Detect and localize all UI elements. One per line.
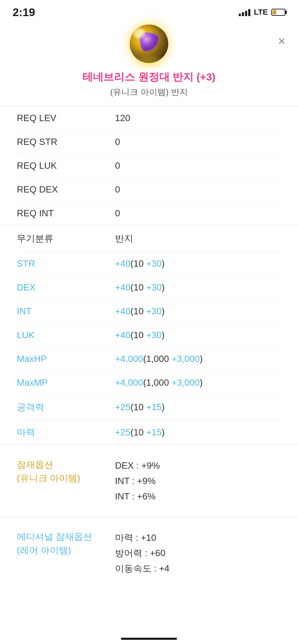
ring-glow bbox=[135, 56, 163, 66]
item-title: 테네브리스 원정대 반지 (+3) bbox=[17, 70, 281, 84]
req-dex-row: REQ DEX 0 bbox=[17, 178, 281, 202]
stat-int-label: INT bbox=[17, 306, 115, 317]
req-lev-row: REQ LEV 120 bbox=[17, 106, 281, 130]
ring-highlight bbox=[134, 28, 145, 38]
item-subtitle: (유니크 아이템) 반지 bbox=[17, 86, 281, 98]
stat-int-row: INT +40(10 +30) bbox=[17, 300, 281, 323]
additional-option-3: 이동속도 : +4 bbox=[115, 561, 169, 576]
req-int-value: 0 bbox=[115, 208, 120, 219]
stat-maxmp-value: +4,000(1,000 +3,000) bbox=[115, 377, 203, 388]
weapon-type-row: 무기분류 반지 bbox=[17, 225, 281, 252]
stat-maxmp-row: MaxMP +4,000(1,000 +3,000) bbox=[17, 371, 281, 395]
req-lev-value: 120 bbox=[115, 113, 130, 124]
stats-section: 무기분류 반지 STR +40(10 +30) DEX +40(10 +30) … bbox=[0, 225, 298, 445]
requirements-section: REQ LEV 120 REQ STR 0 REQ LUK 0 REQ DEX … bbox=[0, 106, 298, 225]
stat-attack-value: +25(10 +15) bbox=[115, 402, 165, 413]
stat-magic-value: +25(10 +15) bbox=[115, 427, 165, 438]
home-indicator bbox=[121, 638, 177, 640]
latent-values: DEX : +9% INT : +9% INT : +6% bbox=[115, 458, 160, 504]
weapon-type-label: 무기분류 bbox=[17, 232, 115, 245]
stat-attack-row: 공격력 +25(10 +15) bbox=[17, 395, 281, 420]
item-info: 테네브리스 원정대 반지 (+3) (유니크 아이템) 반지 bbox=[0, 70, 298, 98]
additional-latent-row: 에디셔널 잠재옵션 (레어 아이템) 마력 : +10 방어력 : +60 이동… bbox=[17, 526, 281, 581]
latent-option-2: INT : +9% bbox=[115, 473, 160, 489]
stat-magic-row: 마력 +25(10 +15) bbox=[17, 420, 281, 445]
req-dex-value: 0 bbox=[115, 184, 120, 195]
stat-str-row: STR +40(10 +30) bbox=[17, 252, 281, 276]
req-dex-label: REQ DEX bbox=[17, 184, 115, 195]
signal-bar-2 bbox=[242, 12, 244, 16]
req-str-value: 0 bbox=[115, 136, 120, 147]
stat-maxmp-label: MaxMP bbox=[17, 377, 115, 388]
status-time: 2:19 bbox=[13, 6, 35, 19]
stat-maxhp-row: MaxHP +4,000(1,000 +3,000) bbox=[17, 347, 281, 371]
signal-bar-4 bbox=[248, 9, 250, 16]
lte-label: LTE bbox=[254, 8, 268, 17]
req-int-row: REQ INT 0 bbox=[17, 202, 281, 225]
status-bar: 2:19 LTE bbox=[0, 0, 298, 21]
stat-dex-row: DEX +40(10 +30) bbox=[17, 276, 281, 300]
signal-bars bbox=[239, 8, 250, 16]
stat-str-value: +40(10 +30) bbox=[115, 258, 165, 269]
stat-maxhp-label: MaxHP bbox=[17, 354, 115, 364]
stat-dex-value: +40(10 +30) bbox=[115, 282, 165, 293]
stat-attack-label: 공격력 bbox=[17, 401, 115, 413]
latent-option-1: DEX : +9% bbox=[115, 458, 160, 473]
additional-option-2: 방어력 : +60 bbox=[115, 545, 169, 561]
latent-option-3: INT : +6% bbox=[115, 489, 160, 504]
additional-latent-values: 마력 : +10 방어력 : +60 이동속도 : +4 bbox=[115, 530, 169, 576]
req-luk-label: REQ LUK bbox=[17, 160, 115, 171]
stat-luk-label: LUK bbox=[17, 330, 115, 341]
latent-section: 잠재옵션 (유니크 아이템) DEX : +9% INT : +9% INT :… bbox=[0, 445, 298, 517]
stat-luk-row: LUK +40(10 +30) bbox=[17, 323, 281, 347]
stat-dex-label: DEX bbox=[17, 282, 115, 293]
additional-option-1: 마력 : +10 bbox=[115, 530, 169, 545]
additional-latent-section: 에디셔널 잠재옵션 (레어 아이템) 마력 : +10 방어력 : +60 이동… bbox=[0, 517, 298, 589]
stat-int-value: +40(10 +30) bbox=[115, 306, 165, 317]
req-int-label: REQ INT bbox=[17, 208, 115, 219]
latent-row: 잠재옵션 (유니크 아이템) DEX : +9% INT : +9% INT :… bbox=[17, 454, 281, 509]
battery-icon bbox=[271, 9, 285, 16]
status-right: LTE bbox=[239, 8, 285, 17]
stat-luk-value: +40(10 +30) bbox=[115, 330, 165, 341]
item-image bbox=[130, 24, 168, 63]
latent-label: 잠재옵션 (유니크 아이템) bbox=[17, 458, 115, 485]
req-str-label: REQ STR bbox=[17, 136, 115, 147]
req-luk-row: REQ LUK 0 bbox=[17, 154, 281, 178]
signal-bar-1 bbox=[239, 14, 241, 16]
signal-bar-3 bbox=[245, 11, 247, 16]
additional-latent-label: 에디셔널 잠재옵션 (레어 아이템) bbox=[17, 530, 115, 557]
battery-level bbox=[273, 10, 276, 14]
req-str-row: REQ STR 0 bbox=[17, 130, 281, 154]
close-button[interactable]: × bbox=[278, 35, 285, 48]
req-luk-value: 0 bbox=[115, 160, 120, 171]
req-lev-label: REQ LEV bbox=[17, 113, 115, 124]
item-image-container bbox=[0, 21, 298, 70]
stat-str-label: STR bbox=[17, 258, 115, 269]
stat-maxhp-value: +4,000(1,000 +3,000) bbox=[115, 354, 203, 364]
stat-magic-label: 마력 bbox=[17, 426, 115, 439]
weapon-type-value: 반지 bbox=[115, 232, 133, 245]
